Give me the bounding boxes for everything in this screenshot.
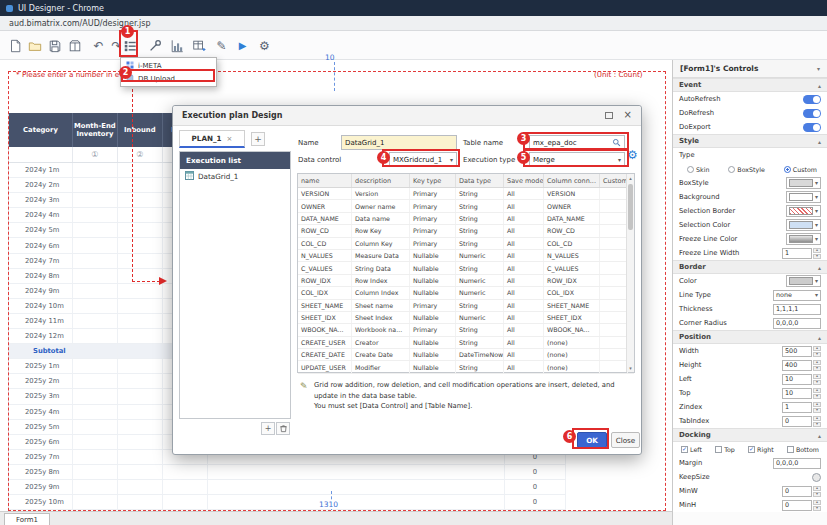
mapping-cell[interactable]: SHEET_IDX [544, 312, 600, 323]
stepper-value[interactable]: 10 [782, 374, 812, 385]
mapping-cell[interactable]: WBOOK_NA... [544, 324, 600, 335]
mapping-cell[interactable]: CREATE_DATE [298, 349, 352, 360]
stepper-buttons[interactable]: ▴▾ [813, 248, 821, 259]
mapping-cell[interactable] [600, 238, 628, 249]
stepper-buttons[interactable]: ▴▾ [813, 346, 821, 357]
mapping-cell[interactable] [600, 361, 628, 372]
row-cell[interactable] [118, 359, 163, 373]
mapping-cell[interactable]: String [456, 213, 504, 224]
stepper-up-icon[interactable]: ▴ [813, 402, 821, 407]
stepper-value[interactable]: 0 [782, 416, 812, 427]
add-execution-button[interactable]: + [261, 422, 275, 435]
row-cell[interactable] [73, 269, 118, 283]
dock-bottom-checkbox[interactable]: Bottom [787, 446, 819, 453]
mapping-cell[interactable]: All [504, 238, 544, 249]
table-row[interactable]: 2025y 10m0 [9, 495, 566, 510]
stepper-value[interactable]: 0 [782, 500, 812, 511]
stepper-value[interactable]: 0 [782, 486, 812, 497]
mapping-cell[interactable]: COL_IDX [298, 287, 352, 298]
prop-minh-stepper[interactable]: 0▴▾ [782, 500, 821, 511]
mapping-cell[interactable] [600, 188, 628, 199]
column-mapping-row[interactable]: ROW_CDRow KeyPrimaryStringAllROW_CD [298, 225, 634, 237]
row-cell[interactable] [73, 359, 118, 373]
db-meta-button[interactable] [121, 37, 138, 54]
stepper-buttons[interactable]: ▴▾ [813, 374, 821, 385]
mapping-cell[interactable]: N_VALUES [544, 250, 600, 261]
section-position[interactable]: Position▴ [673, 330, 827, 344]
run-button[interactable]: ▶ [234, 37, 251, 54]
tools-button[interactable] [146, 37, 163, 54]
table-row[interactable]: 2025y 9m0 [9, 480, 566, 495]
mapping-cell[interactable]: Nullable [410, 275, 456, 286]
stepper-up-icon[interactable]: ▴ [813, 416, 821, 421]
row-cell[interactable] [118, 223, 163, 237]
delete-execution-button[interactable] [276, 422, 290, 435]
mapping-cell[interactable]: Nullable [410, 287, 456, 298]
mapping-cell[interactable]: All [504, 213, 544, 224]
column-mapping-row[interactable]: N_VALUESMeasure DataNullableNumericAllN_… [298, 250, 634, 262]
prop-width-stepper[interactable]: 500▴▾ [782, 346, 821, 357]
mapping-cell[interactable]: All [504, 225, 544, 236]
prop-zindex-stepper[interactable]: 1▴▾ [782, 402, 821, 413]
prop-dorefresh-toggle[interactable] [803, 109, 821, 118]
row-cell[interactable] [118, 374, 163, 388]
dock-top-checkbox[interactable]: Top [715, 446, 735, 453]
table-row[interactable]: 2025y 8m0 [9, 465, 566, 480]
prop-boxstyle-picker[interactable]: ▾ [786, 177, 821, 189]
row-cell[interactable] [118, 344, 163, 358]
ok-button[interactable]: OK [577, 432, 607, 448]
mapping-cell[interactable]: All [504, 349, 544, 360]
row-cell[interactable] [208, 480, 505, 494]
mapping-cell[interactable] [600, 250, 628, 261]
mapping-cell[interactable]: CREATE_USER [298, 337, 352, 348]
prop-color-picker[interactable]: ▾ [786, 275, 821, 287]
mapping-cell[interactable]: UPDATE_USER [298, 361, 352, 372]
mapping-cell[interactable]: SHEET_NAME [298, 300, 352, 311]
stepper-buttons[interactable]: ▴▾ [813, 500, 821, 511]
mapping-cell[interactable]: OWNER [544, 200, 600, 211]
mapping-cell[interactable]: All [504, 361, 544, 372]
stepper-up-icon[interactable]: ▴ [813, 500, 821, 505]
stepper-up-icon[interactable]: ▴ [813, 346, 821, 351]
mapping-cell[interactable]: Nullable [410, 262, 456, 273]
mapping-cell[interactable]: Numeric [456, 250, 504, 261]
mapping-cell[interactable]: (none) [544, 337, 600, 348]
stepper-buttons[interactable]: ▴▾ [813, 486, 821, 497]
section-docking[interactable]: Docking▴ [673, 428, 827, 442]
column-mapping-row[interactable]: VERSIONVersionPrimaryStringAllVERSION [298, 188, 634, 200]
edit-button[interactable]: ✎ [213, 37, 230, 54]
mapping-cell[interactable] [600, 287, 628, 298]
row-value[interactable]: 0 [505, 480, 566, 494]
stepper-down-icon[interactable]: ▾ [813, 422, 821, 427]
mapping-cell[interactable]: Measure Data [352, 250, 410, 261]
new-file-button[interactable] [6, 37, 23, 54]
mapping-cell[interactable] [600, 213, 628, 224]
stepper-up-icon[interactable]: ▴ [813, 486, 821, 491]
mapping-cell[interactable]: WBOOK_NA... [298, 324, 352, 335]
mapping-cell[interactable]: Workbook na... [352, 324, 410, 335]
mapping-cell[interactable]: Numeric [456, 287, 504, 298]
row-cell[interactable] [118, 465, 163, 479]
stepper-down-icon[interactable]: ▾ [813, 394, 821, 399]
row-cell[interactable] [73, 435, 118, 449]
mapping-cell[interactable]: C_VALUES [298, 262, 352, 273]
scroll-up-icon[interactable]: ▴ [627, 174, 634, 182]
mapping-cell[interactable]: All [504, 337, 544, 348]
row-cell[interactable] [163, 495, 208, 509]
mapping-cell[interactable]: C_VALUES [544, 262, 600, 273]
chart-button[interactable] [168, 37, 185, 54]
stepper-buttons[interactable]: ▴▾ [813, 388, 821, 399]
mapping-cell[interactable]: String [456, 324, 504, 335]
maximize-icon[interactable] [605, 112, 613, 119]
row-cell[interactable] [73, 405, 118, 419]
stepper-buttons[interactable]: ▴▾ [813, 402, 821, 413]
radio-boxstyle[interactable]: BoxStyle [728, 166, 765, 173]
mapping-cell[interactable]: OWNER [298, 200, 352, 211]
prop-line-type-select[interactable]: none▾ [773, 290, 821, 301]
undo-button[interactable]: ↶ [90, 37, 107, 54]
row-cell[interactable] [163, 465, 208, 479]
mapping-cell[interactable]: Version [352, 188, 410, 199]
row-cell[interactable] [118, 163, 163, 177]
row-cell[interactable] [118, 208, 163, 222]
mapping-cell[interactable]: (none) [544, 361, 600, 372]
